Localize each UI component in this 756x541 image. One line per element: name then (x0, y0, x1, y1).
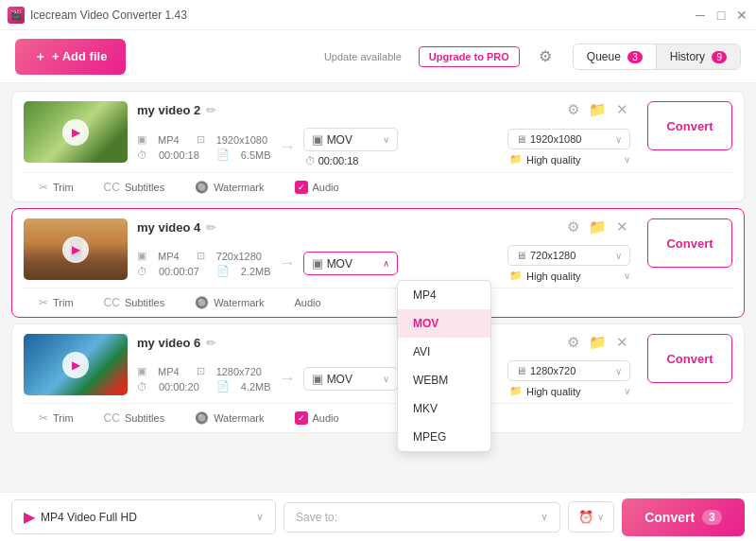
preset-arrow: ∨ (256, 511, 264, 523)
format-icon-1: ▣ (312, 132, 323, 147)
close-icon-1[interactable]: ✕ (614, 101, 630, 118)
quality-out-3: High quality (526, 386, 580, 397)
settings-icon[interactable]: ⚙ (539, 47, 552, 65)
arrow-icon-3: → (279, 369, 296, 389)
scissors-icon-1: ✂ (39, 181, 48, 194)
format-preset-select[interactable]: ▶ MP4 Video Full HD ∨ (11, 499, 276, 534)
convert-button-1[interactable]: Convert (647, 101, 732, 150)
res-select-2[interactable]: 🖥 720x1280 ∨ (507, 245, 630, 266)
audio-toggle-2[interactable]: Audio (280, 292, 336, 313)
dropdown-option-webm[interactable]: WEBM (398, 366, 490, 394)
folder-icon-3[interactable]: 📁 (587, 334, 609, 351)
dropdown-option-mov[interactable]: MOV (398, 309, 490, 338)
format-select-1[interactable]: ▣ MOV ∨ (303, 128, 398, 151)
history-badge: 9 (712, 51, 727, 63)
quality-out-2: High quality (526, 270, 580, 282)
add-file-button[interactable]: ＋ + Add file (15, 39, 126, 75)
res-icon-3: 🖥 (516, 365, 526, 376)
play-button-2[interactable]: ▶ (62, 236, 89, 263)
quality-select-1[interactable]: 📁 High quality ∨ (507, 153, 630, 166)
play-button-1[interactable]: ▶ (62, 119, 89, 146)
close-button[interactable]: ✕ (735, 9, 748, 22)
watermark-icon-3: 🔘 (195, 411, 209, 425)
edit-icon-2[interactable]: ✏ (206, 220, 216, 235)
timer-select[interactable]: ⏰ ∨ (568, 501, 614, 532)
settings-icon-3[interactable]: ⚙ (565, 334, 581, 351)
close-icon-3[interactable]: ✕ (614, 334, 630, 351)
dropdown-arrow-3: ∨ (383, 374, 389, 384)
video-thumbnail-1[interactable]: ▶ (24, 101, 128, 163)
audio-toggle-1[interactable]: ✓ Audio (280, 177, 354, 198)
convert-button-3[interactable]: Convert (647, 334, 732, 383)
upgrade-button[interactable]: Upgrade to PRO (419, 46, 520, 67)
subtitles-button-1[interactable]: CC Subtitles (89, 177, 180, 198)
resolution-in-1: 1920x1080 (216, 134, 267, 146)
bottom-bar: ▶ MP4 Video Full HD ∨ Save to: ∨ ⏰ ∨ Con… (0, 492, 756, 541)
cc-icon-3: CC (104, 411, 120, 425)
folder-icon-2[interactable]: 📁 (587, 218, 609, 236)
audio-toggle-3[interactable]: ✓ Audio (280, 408, 354, 428)
edit-icon-3[interactable]: ✏ (206, 336, 216, 350)
quality-out-1: High quality (526, 154, 580, 166)
watermark-button-3[interactable]: 🔘 Watermark (180, 408, 279, 428)
app-title: Icecream Video Converter 1.43 (30, 9, 694, 22)
dropdown-option-mkv[interactable]: MKV (398, 394, 490, 423)
settings-icon-2[interactable]: ⚙ (565, 218, 581, 236)
dropdown-option-avi[interactable]: AVI (398, 338, 490, 366)
cc-icon-2: CC (104, 296, 120, 309)
save-to-select[interactable]: Save to: ∨ (284, 502, 560, 532)
scissors-icon-3: ✂ (39, 411, 48, 425)
trim-button-1[interactable]: ✂ Trim (24, 177, 89, 198)
watermark-button-1[interactable]: 🔘 Watermark (180, 177, 279, 198)
timer-icon: ⏰ (578, 510, 593, 524)
convert-all-button[interactable]: Convert 3 (622, 498, 745, 536)
update-badge: Update available (324, 51, 402, 62)
settings-icon-1[interactable]: ⚙ (565, 101, 581, 118)
preset-label: MP4 Video Full HD (41, 511, 137, 524)
trim-button-2[interactable]: ✂ Trim (24, 292, 89, 313)
format-select-3[interactable]: ▣ MOV ∨ (303, 367, 398, 391)
format-out-1: MOV (327, 133, 352, 147)
titlebar: 🎬 Icecream Video Converter 1.43 ─ □ ✕ (0, 0, 756, 30)
duration-out-1: 00:00:18 (318, 155, 359, 166)
play-button-3[interactable]: ▶ (62, 352, 89, 378)
resolution-out-2: 720x1280 (530, 250, 576, 261)
convert-button-2[interactable]: Convert (647, 218, 732, 268)
queue-tab[interactable]: Queue 3 (574, 44, 657, 69)
quality-select-2[interactable]: 📁 High quality ∨ (507, 270, 630, 282)
close-icon-2[interactable]: ✕ (614, 218, 630, 236)
watermark-button-2[interactable]: 🔘 Watermark (180, 292, 279, 313)
size-in-1: 6.5MB (241, 149, 271, 161)
format-out-2: MOV (327, 257, 352, 270)
maximize-button[interactable]: □ (714, 9, 728, 22)
res-select-1[interactable]: 🖥 1920x1080 ∨ (507, 129, 630, 149)
quality-icon-1: 📁 (509, 153, 523, 166)
subtitles-button-3[interactable]: CC Subtitles (89, 408, 180, 428)
subtitles-button-2[interactable]: CC Subtitles (89, 292, 180, 313)
res-icon-2: 🖥 (516, 250, 526, 261)
trim-button-3[interactable]: ✂ Trim (24, 408, 89, 428)
arrow-icon-2: → (279, 253, 296, 273)
res-icon-1: 🖥 (516, 133, 526, 145)
dropdown-option-mpeg[interactable]: MPEG (398, 423, 490, 451)
format-in-1: MP4 (158, 134, 180, 146)
video-name-3: my video 6 (137, 336, 200, 350)
minimize-button[interactable]: ─ (694, 9, 707, 22)
video-thumbnail-2[interactable]: 📱 ▶ (24, 218, 128, 280)
history-tab[interactable]: History 9 (657, 44, 740, 69)
save-to-label: Save to: (296, 511, 337, 524)
format-in-3: MP4 (158, 366, 180, 377)
dropdown-arrow-1: ∨ (383, 134, 389, 145)
dropdown-option-mp4[interactable]: MP4 (398, 281, 490, 309)
video-name-2: my video 4 (137, 220, 200, 235)
arrow-icon-1: → (279, 137, 296, 157)
format-icon-3: ▣ (312, 372, 323, 386)
duration-in-2: 00:00:07 (159, 266, 199, 277)
res-select-3[interactable]: 🖥 1280x720 ∨ (507, 360, 630, 381)
video-thumbnail-3[interactable]: ▶ (24, 334, 128, 395)
edit-icon-1[interactable]: ✏ (206, 103, 216, 117)
quality-select-3[interactable]: 📁 High quality ∨ (507, 385, 630, 397)
watermark-icon-1: 🔘 (195, 181, 209, 194)
format-select-2[interactable]: ▣ MOV ∧ (303, 252, 398, 275)
folder-icon-1[interactable]: 📁 (587, 101, 609, 118)
